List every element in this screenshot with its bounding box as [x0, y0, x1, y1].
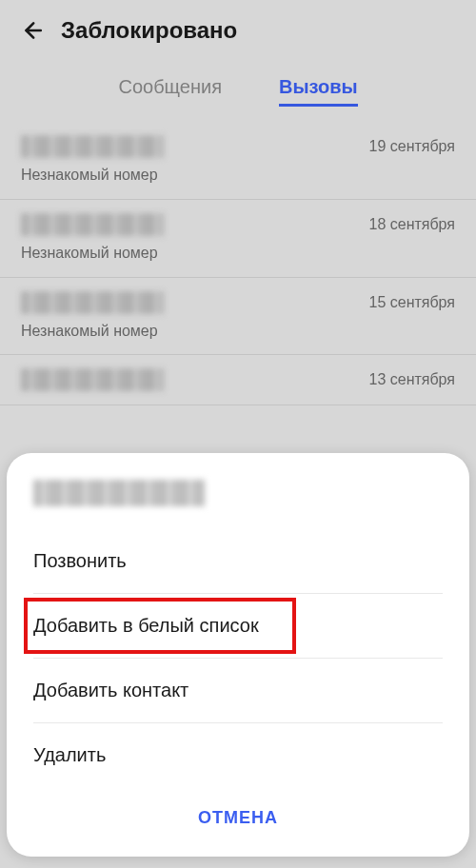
phone-number-redacted	[33, 480, 205, 506]
action-call[interactable]: Позвонить	[7, 529, 469, 593]
action-add-contact[interactable]: Добавить контакт	[7, 659, 469, 722]
cancel-button[interactable]: ОТМЕНА	[7, 787, 469, 841]
action-sheet: Позвонить Добавить в белый список Добави…	[7, 453, 469, 857]
sheet-phone-number	[7, 476, 469, 529]
action-add-whitelist[interactable]: Добавить в белый список	[7, 594, 469, 658]
action-delete[interactable]: Удалить	[7, 723, 469, 787]
action-add-whitelist-label: Добавить в белый список	[33, 615, 259, 636]
